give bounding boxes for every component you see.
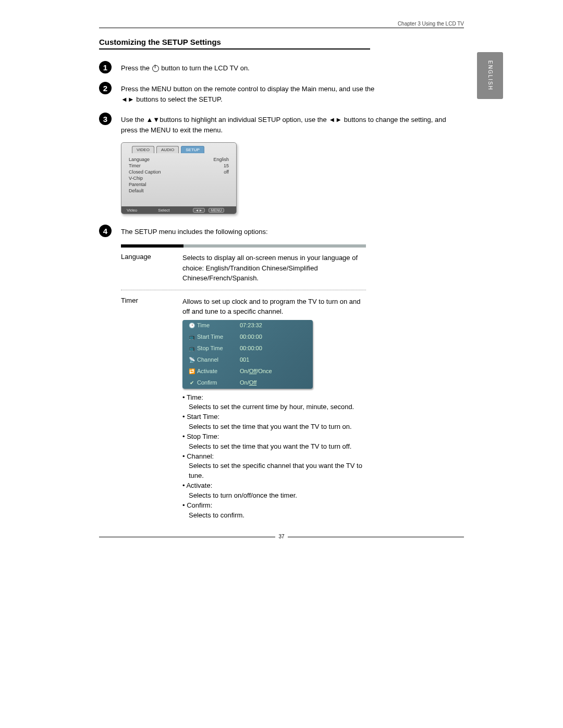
option-label: Language [121,253,182,283]
page-footer: 37 [99,537,464,543]
option-row-timer: Timer Allows to set up clock and to prog… [121,297,366,527]
step-1: 1 Press the button to turn the LCD TV on… [99,60,464,73]
tv-icon: 📺 [187,333,197,341]
step-2: 2 Press the MENU button on the remote co… [99,81,464,104]
osd-row: Timer15 [129,163,229,169]
title-underline [99,48,370,50]
option-label: Timer [121,297,182,521]
osd-row: Default [129,188,229,194]
step-number-4: 4 [99,225,112,237]
step-3: 3 Use the ▲▼buttons to highlight an indi… [99,112,464,135]
left-right-arrows-icon: ◄► [121,95,134,103]
step-2-text: Press the MENU button on the remote cont… [121,81,464,104]
osd-row: Parental [129,181,229,188]
language-side-tab: ENGLISH [477,52,503,99]
step-1-text: Press the button to turn the LCD TV on. [121,60,464,73]
options-block: Language Selects to display all on-scree… [121,244,366,526]
step-4: 4 The SETUP menu includes the following … [99,224,464,237]
step-4-text: The SETUP menu includes the following op… [121,224,464,237]
option-desc: Allows to set up clock and to program th… [182,297,366,521]
step-number-1: 1 [99,61,112,73]
osd-tab-video: VIDEO [132,146,154,153]
osd-row: LanguageEnglish [129,156,229,163]
activate-icon: 🔁 [187,367,197,375]
timer-bullets: Time:Selects to set the current time by … [182,393,366,521]
osd-foot-pill: MENU [209,208,225,213]
timer-osd-mock: 🕑Time07:23:32 📺Start Time00:00:00 📺Stop … [182,320,313,389]
confirm-icon: ✔ [187,379,197,387]
power-icon [152,65,159,72]
page-number: 37 [275,534,287,539]
step-number-2: 2 [99,82,112,94]
options-header-bar [121,244,366,248]
option-desc: Selects to display all on-screen menus i… [182,253,366,283]
step-number-3: 3 [99,113,112,125]
header-rule [99,28,464,28]
setup-osd-mock: VIDEO AUDIO SETUP LanguageEnglish Timer1… [121,142,237,214]
osd-row: V-Chip [129,175,229,181]
channel-icon: 📡 [187,356,197,364]
osd-footer: Video Select ◄► MENU [121,206,236,214]
manual-page: Chapter 3 Using the LCD TV ENGLISH Custo… [99,0,464,574]
option-row-language: Language Selects to display all on-scree… [121,253,366,290]
tv-icon: 📺 [187,344,197,352]
chapter-header: Chapter 3 Using the LCD TV [99,21,464,28]
page-title: Customizing the SETUP Settings [99,38,464,46]
up-down-arrows-icon: ▲▼ [146,116,160,124]
step-3-text: Use the ▲▼buttons to highlight an indivi… [121,112,464,135]
clock-icon: 🕑 [187,322,197,329]
left-right-arrows-icon: ◄► [328,116,342,124]
language-side-tab-label: ENGLISH [487,60,493,91]
osd-foot-pill: ◄► [193,208,205,213]
osd-row: Closed Captionoff [129,169,229,175]
osd-tab-audio: AUDIO [156,146,179,153]
osd-tab-setup: SETUP [181,146,204,153]
